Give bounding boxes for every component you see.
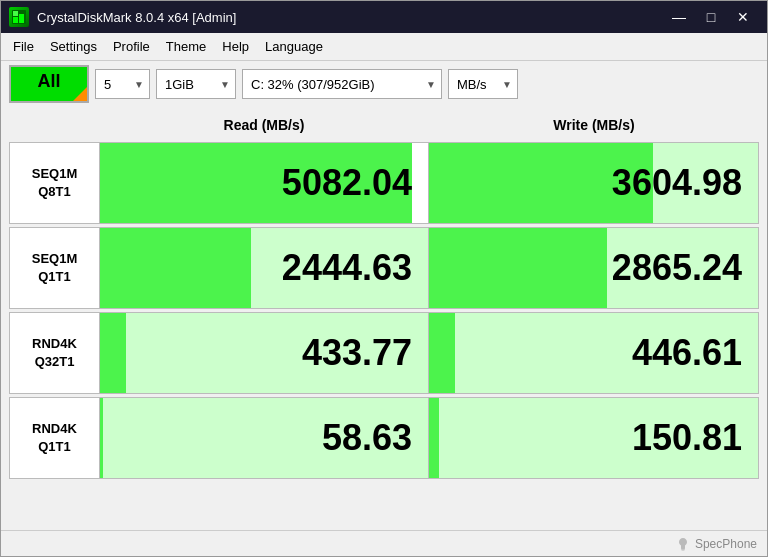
drive-select-wrapper: C: 32% (307/952GiB) ▼ — [242, 69, 442, 99]
row-read-rnd4k-q32t1: 433.77 — [100, 313, 429, 393]
row-write-rnd4k-q32t1: 446.61 — [429, 313, 758, 393]
size-select[interactable]: 512MiB 1GiB 2GiB 4GiB 8GiB 16GiB 32GiB 6… — [156, 69, 236, 99]
row-label-seq1m-q1t1: SEQ1M Q1T1 — [10, 228, 100, 308]
unit-select[interactable]: MB/s GB/s IOPS μs — [448, 69, 518, 99]
window-controls: — □ ✕ — [663, 7, 759, 27]
toolbar: All 1 3 5 10 ▼ 512MiB 1GiB 2GiB 4GiB 8Gi… — [1, 61, 767, 107]
drive-select[interactable]: C: 32% (307/952GiB) — [242, 69, 442, 99]
menu-settings[interactable]: Settings — [42, 36, 105, 57]
row-label-rnd4k-q1t1: RND4K Q1T1 — [10, 398, 100, 478]
table-row: SEQ1M Q1T1 2444.63 2865.24 — [9, 227, 759, 309]
row-write-rnd4k-q1t1: 150.81 — [429, 398, 758, 478]
menu-bar: File Settings Profile Theme Help Languag… — [1, 33, 767, 61]
table-row: SEQ1M Q8T1 5082.04 3604.98 — [9, 142, 759, 224]
row-read-seq1m-q1t1: 2444.63 — [100, 228, 429, 308]
svg-rect-1 — [13, 17, 18, 23]
row-write-seq1m-q8t1: 3604.98 — [429, 143, 758, 223]
table-row: RND4K Q1T1 58.63 150.81 — [9, 397, 759, 479]
title-bar: CrystalDiskMark 8.0.4 x64 [Admin] — □ ✕ — [1, 1, 767, 33]
col-header-read: Read (MB/s) — [99, 117, 429, 133]
table-header: Read (MB/s) Write (MB/s) — [9, 111, 759, 139]
row-label-rnd4k-q32t1: RND4K Q32T1 — [10, 313, 100, 393]
svg-rect-3 — [13, 11, 18, 16]
app-icon — [9, 7, 29, 27]
specphone-icon — [675, 536, 691, 552]
menu-help[interactable]: Help — [214, 36, 257, 57]
row-write-seq1m-q1t1: 2865.24 — [429, 228, 758, 308]
runs-select-wrapper: 1 3 5 10 ▼ — [95, 69, 150, 99]
window-title: CrystalDiskMark 8.0.4 x64 [Admin] — [37, 10, 663, 25]
runs-select[interactable]: 1 3 5 10 — [95, 69, 150, 99]
col-header-write: Write (MB/s) — [429, 117, 759, 133]
table-row: RND4K Q32T1 433.77 446.61 — [9, 312, 759, 394]
row-read-rnd4k-q1t1: 58.63 — [100, 398, 429, 478]
svg-rect-4 — [681, 548, 685, 550]
menu-file[interactable]: File — [5, 36, 42, 57]
benchmark-table: Read (MB/s) Write (MB/s) SEQ1M Q8T1 5082… — [1, 107, 767, 530]
menu-profile[interactable]: Profile — [105, 36, 158, 57]
minimize-button[interactable]: — — [663, 7, 695, 27]
svg-rect-2 — [19, 14, 24, 23]
menu-language[interactable]: Language — [257, 36, 331, 57]
all-button[interactable]: All — [9, 65, 89, 103]
unit-select-wrapper: MB/s GB/s IOPS μs ▼ — [448, 69, 518, 99]
status-bar: SpecPhone — [1, 530, 767, 556]
brand-logo: SpecPhone — [675, 536, 757, 552]
menu-theme[interactable]: Theme — [158, 36, 214, 57]
svg-rect-5 — [681, 549, 684, 550]
size-select-wrapper: 512MiB 1GiB 2GiB 4GiB 8GiB 16GiB 32GiB 6… — [156, 69, 236, 99]
brand-text: SpecPhone — [695, 537, 757, 551]
main-window: CrystalDiskMark 8.0.4 x64 [Admin] — □ ✕ … — [0, 0, 768, 557]
maximize-button[interactable]: □ — [695, 7, 727, 27]
close-button[interactable]: ✕ — [727, 7, 759, 27]
row-read-seq1m-q8t1: 5082.04 — [100, 143, 429, 223]
row-label-seq1m-q8t1: SEQ1M Q8T1 — [10, 143, 100, 223]
